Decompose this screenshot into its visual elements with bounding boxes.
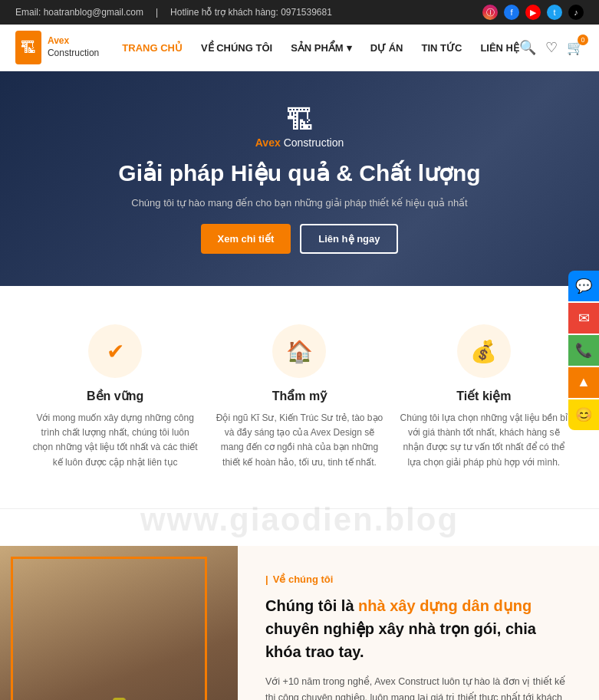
watermark: www.giaodien.blog <box>0 501 599 538</box>
about-title-highlight: nhà xây dựng dân dụng <box>358 597 532 614</box>
top-bar: Email: hoatranblog@gmail.com | Hotline h… <box>0 0 599 25</box>
hero-content: 🏗 Avex Construction Giải pháp Hiệu quả &… <box>118 104 480 254</box>
nav-item-projects[interactable]: DỰ ÁN <box>370 39 403 57</box>
cart-icon[interactable]: 🛒 0 <box>567 39 584 56</box>
side-buttons: 💬 ✉ 📞 ▲ 😊 <box>568 271 599 430</box>
worker-figure: 👷 <box>76 695 162 700</box>
hero-logo-icon: 🏗 <box>286 104 314 136</box>
about-title: Chúng tôi là nhà xây dựng dân dụng chuyê… <box>265 594 571 663</box>
smiley-button[interactable]: 😊 <box>568 399 599 430</box>
hero-title: Giải pháp Hiệu quả & Chất lượng <box>118 158 480 188</box>
social-icons: Ⓘ f ▶ t ♪ <box>482 5 584 20</box>
feature-desc-aesthetic: Đội ngũ Kĩ Sư, Kiến Trúc Sư trẻ, tào bạo… <box>215 411 383 470</box>
search-icon[interactable]: 🔍 <box>519 39 536 56</box>
features-section: ✔ Bền vững Với mong muốn xây dựng những … <box>0 286 599 509</box>
about-tag: Về chúng tôi <box>265 573 571 585</box>
mail-button[interactable]: ✉ <box>568 303 599 334</box>
contact-info: Email: hoatranblog@gmail.com | Hotline h… <box>15 7 332 18</box>
hero-primary-button[interactable]: Xem chi tiết <box>201 224 291 254</box>
hero-buttons: Xem chi tiết Liên hệ ngay <box>118 224 480 254</box>
about-content: Về chúng tôi Chúng tôi là nhà xây dựng d… <box>238 546 599 700</box>
feature-title-aesthetic: Thẩm mỹ <box>215 389 383 403</box>
hero-brand-avex: Avex <box>255 136 281 149</box>
nav: TRANG CHỦ VỀ CHÚNG TÔI SẢN PHẨM ▾ DỰ ÁN … <box>122 39 519 57</box>
scroll-up-button[interactable]: ▲ <box>568 367 599 398</box>
header: 🏗 Avex Construction TRANG CHỦ VỀ CHÚNG T… <box>0 25 599 71</box>
cart-badge: 0 <box>578 35 588 45</box>
hero-logo: 🏗 Avex Construction <box>118 104 480 149</box>
twitter-icon[interactable]: t <box>547 5 562 20</box>
instagram-icon[interactable]: Ⓘ <box>482 5 498 20</box>
logo[interactable]: 🏗 Avex Construction <box>15 31 99 64</box>
feature-icon-sustainable: ✔ <box>88 324 142 378</box>
logo-text: Avex Construction <box>48 35 99 59</box>
hero-section: 🏗 Avex Construction Giải pháp Hiệu quả &… <box>0 71 599 286</box>
youtube-icon[interactable]: ▶ <box>525 5 541 20</box>
about-section: 👷 Về chúng tôi Chúng tôi là nhà xây dựng… <box>0 546 599 700</box>
feature-aesthetic: 🏠 Thẩm mỹ Đội ngũ Kĩ Sư, Kiến Trúc Sư tr… <box>215 324 383 470</box>
hero-secondary-button[interactable]: Liên hệ ngay <box>300 224 398 254</box>
feature-economical: 💰 Tiết kiệm Chúng tôi lựa chọn những vật… <box>400 324 568 470</box>
hero-brand-name: Construction <box>284 136 344 149</box>
feature-title-sustainable: Bền vững <box>31 389 199 403</box>
feature-sustainable: ✔ Bền vững Với mong muốn xây dựng những … <box>31 324 199 470</box>
hotline-label: Hotline hỗ trợ khách hàng: 0971539681 <box>170 7 332 18</box>
phone-button[interactable]: 📞 <box>568 335 599 366</box>
nav-item-about[interactable]: VỀ CHÚNG TÔI <box>201 39 272 57</box>
hero-subtitle: Chúng tôi tự hào mang đến cho bạn những … <box>118 197 480 209</box>
feature-title-economical: Tiết kiệm <box>400 389 568 403</box>
tiktok-icon[interactable]: ♪ <box>568 5 584 20</box>
about-title-part2: chuyên nghiệp xây nhà trọn gói, chia khó… <box>265 620 536 660</box>
email-label: Email: hoatranblog@gmail.com <box>15 7 143 18</box>
divider: | <box>156 7 158 18</box>
brand-avex: Avex <box>48 35 99 48</box>
wishlist-icon[interactable]: ♡ <box>545 39 558 56</box>
about-desc: Với +10 năm trong nghề, Avex Construct l… <box>265 674 571 700</box>
nav-item-products[interactable]: SẢN PHẨM ▾ <box>291 39 352 57</box>
hero-logo-text: Avex Construction <box>118 136 480 149</box>
facebook-icon[interactable]: f <box>504 5 519 20</box>
dropdown-arrow: ▾ <box>347 42 352 54</box>
nav-item-news[interactable]: TIN TỨC <box>421 39 462 57</box>
about-image: 👷 <box>0 546 238 700</box>
nav-item-contact[interactable]: LIÊN HỆ <box>480 39 519 57</box>
feature-desc-sustainable: Với mong muốn xây dựng những công trình … <box>31 411 199 470</box>
feature-icon-aesthetic: 🏠 <box>272 324 326 378</box>
about-title-part1: Chúng tôi là <box>265 597 358 614</box>
logo-icon: 🏗 <box>15 31 41 64</box>
brand-construction: Construction <box>48 48 99 60</box>
messenger-button[interactable]: 💬 <box>568 271 599 301</box>
header-icons: 🔍 ♡ 🛒 0 <box>519 39 584 56</box>
nav-item-home[interactable]: TRANG CHỦ <box>122 39 183 57</box>
feature-desc-economical: Chúng tôi lựa chọn những vật liệu bền bỉ… <box>400 411 568 470</box>
feature-icon-economical: 💰 <box>457 324 511 378</box>
